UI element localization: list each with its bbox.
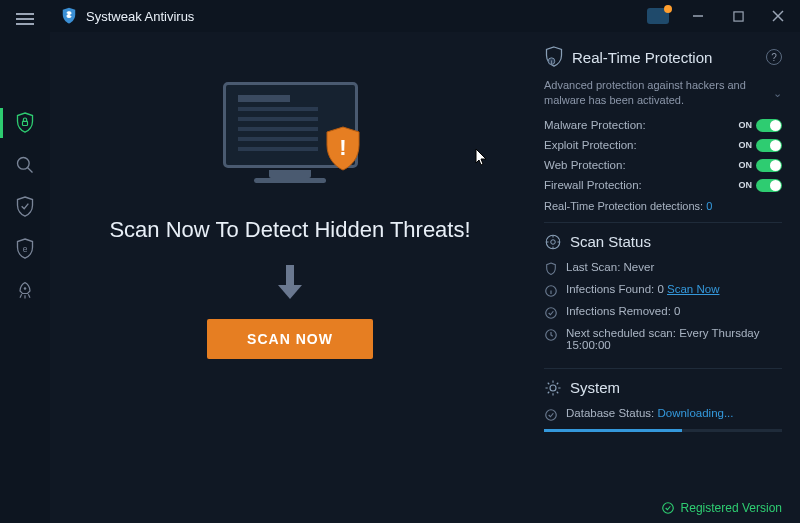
app-logo-icon (60, 7, 78, 25)
realtime-title: Real-Time Protection (572, 49, 712, 66)
svg-rect-10 (286, 265, 294, 285)
shield-e-icon: e (15, 238, 35, 260)
db-status-value: Downloading... (657, 407, 733, 419)
detections-count: 0 (706, 200, 712, 212)
protection-toggle-3[interactable]: ON (739, 179, 783, 192)
close-icon (772, 10, 784, 22)
scan-now-link[interactable]: Scan Now (667, 283, 719, 295)
system-title: System (570, 379, 620, 396)
shield-check-icon (15, 196, 35, 218)
scan-gear-icon (544, 233, 562, 251)
monitor-illustration: ! (215, 82, 365, 187)
upgrade-button[interactable] (644, 4, 672, 28)
search-icon (15, 155, 35, 175)
sidebar-item-scan[interactable] (0, 144, 50, 186)
svg-point-1 (18, 158, 30, 170)
maximize-icon (733, 11, 744, 22)
svg-point-4 (24, 287, 27, 290)
protection-label: Firewall Protection: (544, 179, 739, 191)
warning-shield-icon: ! (323, 125, 363, 173)
realtime-subtext: Advanced protection against hackers and … (544, 78, 767, 109)
shield-lock-icon (15, 112, 35, 134)
rocket-icon (15, 281, 35, 301)
svg-rect-0 (23, 121, 28, 125)
shield-small-icon (544, 262, 558, 276)
svg-line-2 (28, 168, 33, 173)
help-button[interactable]: ? (766, 49, 782, 65)
protection-toggle-0[interactable]: ON (739, 119, 783, 132)
svg-point-20 (550, 385, 556, 391)
sidebar-item-protection[interactable] (0, 102, 50, 144)
svg-point-22 (662, 503, 673, 514)
close-button[interactable] (764, 4, 792, 28)
minimize-icon (692, 10, 704, 22)
down-arrow-icon (274, 263, 306, 301)
detections-label: Real-Time Protection detections: (544, 200, 703, 212)
minimize-button[interactable] (684, 4, 712, 28)
info-icon (544, 284, 558, 298)
scan-now-button[interactable]: SCAN NOW (207, 319, 373, 359)
scan-heading: Scan Now To Detect Hidden Threats! (109, 215, 470, 245)
clock-icon (544, 328, 558, 342)
protection-label: Malware Protection: (544, 119, 739, 131)
svg-rect-6 (733, 11, 742, 20)
svg-text:i: i (551, 59, 552, 65)
sidebar-item-extensions[interactable]: e (0, 228, 50, 270)
protection-label: Web Protection: (544, 159, 739, 171)
protection-toggle-2[interactable]: ON (739, 159, 783, 172)
protection-label: Exploit Protection: (544, 139, 739, 151)
check-circle-icon (544, 408, 558, 422)
scan-status-title: Scan Status (570, 233, 651, 250)
menu-hamburger[interactable] (0, 6, 50, 32)
svg-text:e: e (23, 244, 28, 254)
app-title: Systweak Antivirus (86, 9, 644, 24)
svg-point-18 (546, 308, 557, 319)
shield-info-icon: i (544, 46, 564, 68)
check-circle-icon (661, 501, 675, 515)
system-gear-icon (544, 379, 562, 397)
registered-badge: Registered Version (661, 501, 782, 515)
check-circle-icon (544, 306, 558, 320)
protection-toggle-1[interactable]: ON (739, 139, 783, 152)
svg-point-21 (546, 410, 557, 421)
maximize-button[interactable] (724, 4, 752, 28)
download-progress (544, 429, 782, 432)
sidebar-item-boost[interactable] (0, 270, 50, 312)
upgrade-badge-icon (647, 8, 669, 24)
svg-point-14 (551, 240, 556, 245)
svg-text:!: ! (339, 135, 346, 160)
expand-subtext[interactable]: ⌄ (773, 86, 782, 101)
sidebar-item-shield[interactable] (0, 186, 50, 228)
